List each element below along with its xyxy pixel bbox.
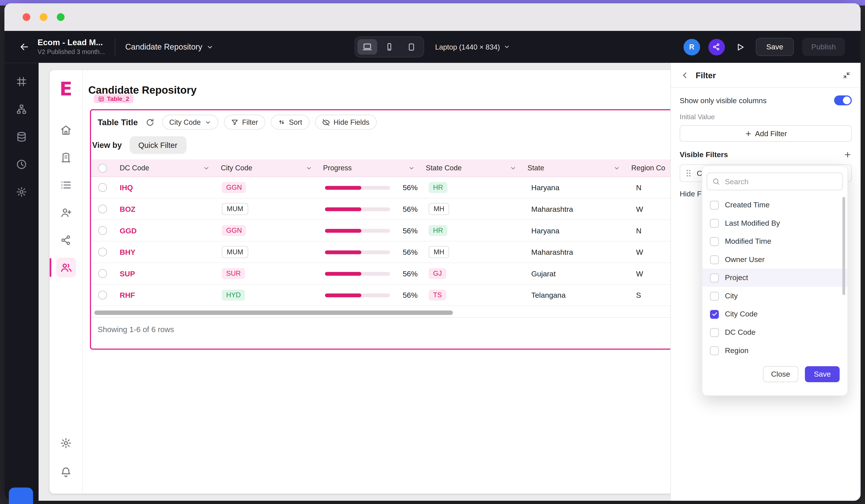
app-logo[interactable]: E	[59, 78, 72, 100]
panel-back-button[interactable]	[681, 71, 689, 79]
table-row[interactable]: BOZMUM56%MHMaharashtraW	[91, 199, 671, 220]
city-code-badge: MUM	[222, 246, 248, 258]
sidebar-item-share[interactable]	[56, 230, 76, 250]
table-footer: Showing 1-6 of 6 rows	[91, 317, 671, 341]
row-checkbox[interactable]	[98, 204, 107, 213]
column-header[interactable]: City Code	[215, 164, 318, 172]
save-button[interactable]: Save	[756, 38, 794, 56]
editor-body: E	[4, 63, 861, 501]
floating-action-button[interactable]	[9, 488, 33, 504]
filter-button[interactable]: Filter	[224, 115, 265, 130]
table-row[interactable]: RHFHYD56%TSTelanganaS	[91, 284, 671, 306]
widget-name-tag[interactable]: Table_2	[94, 94, 134, 103]
dc-code-cell: GGD	[120, 226, 137, 235]
column-header[interactable]: State	[522, 164, 626, 172]
popover-search[interactable]	[707, 173, 843, 190]
show-visible-columns-toggle[interactable]	[834, 95, 852, 105]
table-row[interactable]: GGDGGN56%HRHaryanaN	[91, 220, 671, 242]
hide-fields-button[interactable]: Hide Fields	[315, 115, 377, 130]
sort-button[interactable]: Sort	[271, 115, 309, 130]
canvas-mode-controls: Laptop (1440 × 834)	[355, 36, 510, 57]
device-size-selector[interactable]: Laptop (1440 × 834)	[435, 43, 510, 51]
canvas-frame-icon[interactable]	[16, 76, 27, 87]
publish-button[interactable]: Publish	[802, 38, 845, 56]
sidebar-item-settings[interactable]	[56, 433, 76, 453]
table-row[interactable]: BHYMUM56%MHMaharashtraW	[91, 242, 671, 263]
filter-option[interactable]: Owner User	[702, 250, 847, 269]
row-checkbox[interactable]	[98, 226, 107, 235]
user-avatar[interactable]: R	[683, 38, 700, 55]
filter-option[interactable]: Region	[702, 341, 847, 360]
column-filter-chip[interactable]: City Code	[162, 115, 218, 130]
horizontal-scrollbar	[94, 310, 671, 315]
filter-option[interactable]: Modified Time	[702, 232, 847, 250]
page-selector[interactable]: Candidate Repository	[125, 43, 213, 51]
history-icon[interactable]	[16, 159, 27, 170]
sidebar-item-add-user[interactable]	[56, 202, 76, 222]
filter-option[interactable]: Last Modified By	[702, 214, 847, 232]
quick-filter-button[interactable]: Quick Filter	[129, 136, 186, 154]
filter-option[interactable]: Created Time	[702, 196, 847, 214]
popover-scrollbar-thumb[interactable]	[842, 197, 845, 295]
popover-save-button[interactable]: Save	[805, 366, 840, 382]
checkbox[interactable]	[710, 219, 719, 227]
checkbox[interactable]	[710, 328, 719, 337]
zoom-window-button[interactable]	[57, 13, 65, 21]
filter-button-label: Filter	[242, 118, 258, 127]
scrollbar-thumb[interactable]	[94, 310, 453, 315]
column-header[interactable]: DC Code	[114, 164, 215, 172]
gear-icon	[60, 437, 72, 449]
collapse-panel-button[interactable]	[842, 71, 851, 79]
checkbox[interactable]	[710, 255, 719, 264]
row-checkbox[interactable]	[98, 291, 107, 300]
table-widget[interactable]: Table Title City Code	[90, 109, 671, 350]
row-checkbox[interactable]	[98, 183, 107, 192]
sidebar-item-notifications[interactable]	[56, 462, 76, 481]
table-row[interactable]: SUPSUR56%GJGujaratW	[91, 263, 671, 285]
search-input[interactable]	[724, 177, 838, 186]
checkbox[interactable]	[710, 292, 719, 300]
column-header[interactable]: Region Co	[626, 164, 671, 172]
filter-option[interactable]: City	[702, 287, 847, 305]
table-row[interactable]: IHQGGN56%HRHaryanaN	[91, 177, 671, 199]
column-header[interactable]: Progress	[318, 164, 420, 172]
close-button[interactable]: Close	[763, 366, 798, 382]
filter-option[interactable]: City Code	[702, 305, 847, 323]
sidebar-item-candidates[interactable]	[56, 258, 76, 278]
add-filter-button[interactable]: Add Filter	[680, 125, 852, 142]
filter-option[interactable]: Project	[702, 269, 847, 287]
settings-gear-icon[interactable]	[16, 186, 27, 198]
row-checkbox[interactable]	[98, 269, 107, 278]
select-all-checkbox[interactable]	[98, 164, 107, 172]
row-checkbox[interactable]	[98, 248, 107, 257]
row-select-cell	[91, 226, 114, 235]
checkbox-checked[interactable]	[710, 309, 719, 318]
run-preview-button[interactable]	[733, 40, 748, 54]
database-icon[interactable]	[16, 131, 27, 142]
checkbox[interactable]	[710, 237, 719, 246]
app-info[interactable]: Ecom - Lead M... V2 Published 3 month...	[37, 38, 105, 56]
workflow-icon[interactable]	[16, 104, 27, 115]
filter-option-label: Created Time	[725, 201, 770, 209]
sidebar-item-dashboard[interactable]	[56, 147, 76, 167]
checkbox[interactable]	[710, 346, 719, 355]
mobile-mode-button[interactable]	[379, 39, 399, 55]
filter-option-label: Region	[725, 347, 748, 355]
desktop-mode-button[interactable]	[357, 39, 377, 55]
sidebar-item-home[interactable]	[56, 120, 76, 140]
state-cell: Maharashtra	[531, 205, 573, 213]
drag-handle-icon[interactable]	[686, 169, 691, 177]
sidebar-item-list[interactable]	[56, 175, 76, 195]
checkbox[interactable]	[710, 201, 719, 209]
checkbox[interactable]	[710, 273, 719, 282]
column-header[interactable]: State Code	[420, 164, 522, 172]
minimize-window-button[interactable]	[40, 13, 47, 21]
back-button[interactable]	[16, 39, 32, 55]
tablet-mode-button[interactable]	[401, 39, 421, 55]
filter-option[interactable]: DC Code	[702, 323, 847, 342]
share-app-button[interactable]	[708, 38, 725, 55]
refresh-button[interactable]	[146, 118, 154, 127]
table-icon	[98, 96, 104, 102]
close-window-button[interactable]	[23, 13, 31, 21]
add-visible-filter-button[interactable]	[843, 151, 852, 159]
